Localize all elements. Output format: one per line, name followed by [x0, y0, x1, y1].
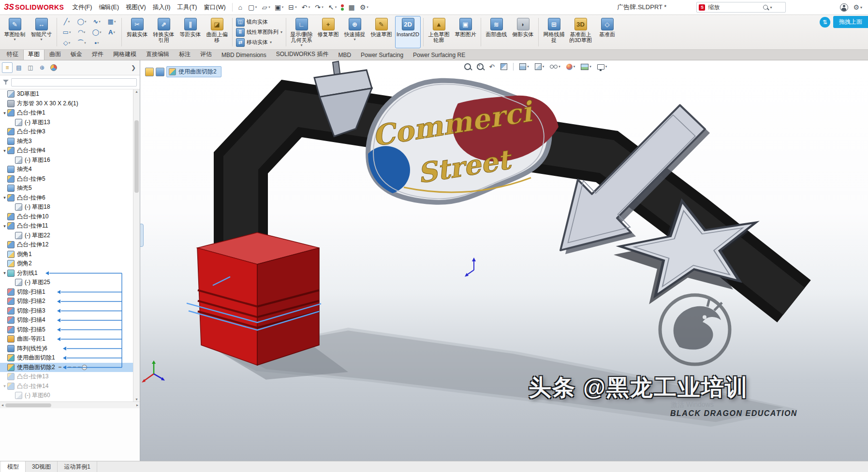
tree-item[interactable]: 抽壳3	[0, 137, 140, 146]
scroll-thumb[interactable]	[134, 120, 139, 193]
tree-item[interactable]: ▾凸台-拉伸11	[0, 221, 140, 231]
dimxpertmanager-tab[interactable]: ⊕	[37, 62, 47, 73]
commandmanager-tab[interactable]: 钣金	[66, 48, 87, 60]
select-cursor-icon[interactable]: ↖▾	[326, 3, 338, 12]
3dviews-tab[interactable]: 3D视图	[26, 461, 58, 472]
undo-icon[interactable]: ↶▾	[300, 3, 312, 12]
commandmanager-tab[interactable]: 特征	[2, 48, 23, 60]
part-icon[interactable]	[156, 68, 164, 76]
settings-gear-icon[interactable]: ⚙▾	[853, 3, 862, 11]
expand-arrow-icon[interactable]: ▾	[2, 384, 7, 388]
print-icon[interactable]: ⊟▾	[286, 3, 298, 12]
tree-item[interactable]: 凸台-拉伸10	[0, 212, 140, 222]
circle-tool-icon[interactable]: ◯▾	[74, 16, 89, 27]
breadcrumb-feature-chip[interactable]: 使用曲面切除2	[166, 66, 221, 77]
ribbon-linear-pattern-button[interactable]: ⠿线性草图阵列▾	[236, 28, 282, 37]
tree-item[interactable]: ▾分割线1	[0, 269, 140, 278]
expand-arrow-icon[interactable]: ▾	[2, 195, 7, 200]
tree-item[interactable]: 使用曲面切除2	[0, 363, 140, 372]
tree-item[interactable]: ▾凸台-拉伸6	[0, 193, 140, 203]
panel-splitter[interactable]	[140, 224, 144, 247]
search-input[interactable]	[707, 3, 763, 11]
commandmanager-tab[interactable]: SOLIDWORKS 插件	[271, 48, 334, 60]
save-icon[interactable]: ▣▾	[273, 3, 285, 12]
display-style-icon[interactable]: ▾	[534, 62, 545, 71]
expand-arrow-icon[interactable]: ▾	[2, 224, 7, 229]
menu-item[interactable]: 文件(F)	[69, 1, 95, 14]
tree-item[interactable]: 曲面-等距1	[0, 334, 140, 344]
zoom-fit-icon[interactable]	[463, 62, 472, 71]
ribbon-face-curves-button[interactable]: ≋面部曲线	[484, 16, 509, 48]
tree-item[interactable]: 凸台-拉伸3	[0, 127, 140, 137]
rectangle-tool-icon[interactable]: ▭▾	[59, 27, 74, 37]
hscroll-thumb[interactable]	[5, 403, 51, 407]
search-dropdown-icon[interactable]: ▾	[770, 5, 772, 10]
tree-item[interactable]: 切除-扫描3	[0, 306, 140, 316]
tree-item[interactable]: ▾凸台-拉伸1	[0, 108, 140, 118]
tree-item[interactable]: (-) 草图60	[0, 391, 140, 400]
menu-item[interactable]: 视图(V)	[122, 1, 149, 14]
expand-arrow-icon[interactable]: ▾	[2, 148, 7, 153]
tree-item[interactable]: 倒角1	[0, 250, 140, 259]
options-gear-icon[interactable]: ⚙▾	[358, 3, 370, 12]
menu-item[interactable]: 插入(I)	[149, 1, 174, 14]
previous-view-icon[interactable]: ↶	[488, 62, 496, 71]
rebuild-icon[interactable]	[339, 4, 345, 11]
tree-item[interactable]: 使用曲面切除1	[0, 353, 140, 363]
tree-item[interactable]: (-) 草图16	[0, 156, 140, 165]
tree-item[interactable]: ▾凸台-拉伸14	[0, 382, 140, 391]
ribbon-smart-dimension-button[interactable]: ↔智能尺寸▾	[29, 16, 54, 48]
ribbon-silhouette-button[interactable]: ◗侧影实体	[510, 16, 536, 48]
user-account-icon[interactable]	[840, 3, 848, 12]
ribbon-mirror-button[interactable]: ◫镜向实体	[236, 18, 282, 27]
text-tool-icon[interactable]: A▾	[104, 27, 119, 37]
ribbon-trim-button[interactable]: ✂剪裁实体	[124, 16, 150, 48]
ribbon-offset-button[interactable]: ∥等距实体	[177, 16, 203, 48]
scroll-up-icon[interactable]: ▴	[135, 89, 137, 94]
scroll-left-icon[interactable]: ◂	[1, 403, 3, 407]
commandmanager-tab[interactable]: Power Surfacing	[356, 50, 408, 60]
ribbon-move-button[interactable]: ⇄移动实体▾	[236, 38, 282, 47]
graphics-area[interactable]: Commerci Street	[140, 60, 868, 461]
new-document-icon[interactable]: ▢▾	[247, 3, 259, 12]
menu-item[interactable]: 窗口(W)	[201, 1, 229, 14]
ribbon-sketch-button[interactable]: ✎草图绘制▾	[2, 16, 28, 48]
ribbon-sketch-picture-button[interactable]: ▣草图图片	[453, 16, 478, 48]
open-icon[interactable]: ▱▾	[260, 3, 272, 12]
tree-item[interactable]: (-) 草图22	[0, 231, 140, 241]
commandmanager-tab[interactable]: 评估	[195, 48, 217, 60]
propertymanager-tab[interactable]: ▤	[14, 62, 24, 73]
mesh-tool-icon[interactable]: ▦▾	[104, 16, 119, 27]
tree-hscrollbar[interactable]: ◂ ▸	[0, 401, 140, 408]
scroll-down-icon[interactable]: ▾	[135, 397, 137, 401]
ribbon-relations-button[interactable]: ∟显示/删除几何关系▾	[289, 16, 314, 48]
ribbon-quick-snap-button[interactable]: ⊕快速捕捉▾	[342, 16, 368, 48]
menu-item[interactable]: 编辑(E)	[95, 1, 122, 14]
ribbon-rapid-sketch-button[interactable]: ✎快速草图	[368, 16, 394, 48]
commandmanager-tab[interactable]: 草图	[23, 48, 44, 60]
ellipse-tool-icon[interactable]: ◯▾	[89, 27, 104, 37]
point-tool-icon[interactable]: •▾	[89, 38, 104, 48]
zoom-area-icon[interactable]	[476, 62, 485, 71]
displaymanager-tab[interactable]	[48, 62, 59, 73]
commandmanager-tab[interactable]: MBD	[333, 50, 356, 60]
tree-item[interactable]: 切除-扫描4	[0, 315, 140, 325]
commandmanager-tab[interactable]: 网格建模	[108, 48, 141, 60]
section-view-icon[interactable]	[500, 62, 508, 71]
redo-icon[interactable]: ↷▾	[313, 3, 325, 12]
tree-scrollbar[interactable]: ▴ ▾	[133, 89, 140, 401]
expand-arrow-icon[interactable]: ▾	[2, 271, 7, 275]
spline-tool-icon[interactable]: ∿▾	[89, 16, 104, 27]
tree-item[interactable]: 切除-扫描1	[0, 287, 140, 297]
commandmanager-tab[interactable]: Power Surfacing RE	[408, 50, 470, 60]
base-left-face[interactable]	[197, 248, 257, 365]
ribbon-plane-button[interactable]: ◇基准面	[594, 16, 620, 48]
ribbon-shaded-contour-button[interactable]: ▲上色草图轮廓	[426, 16, 452, 48]
ribbon-sketch3d-plane-button[interactable]: 3D基准面上的3D草图	[568, 16, 593, 48]
arc-tool-icon[interactable]: ◠▾	[74, 27, 89, 37]
tree-item[interactable]: 3D草图1	[0, 89, 140, 99]
model-tab[interactable]: 模型	[1, 461, 26, 472]
featuremanager-tab[interactable]: ≡	[2, 62, 13, 73]
tree-item[interactable]: ▾凸台-拉伸4	[0, 146, 140, 156]
tree-item[interactable]: 切除-扫描5	[0, 325, 140, 335]
